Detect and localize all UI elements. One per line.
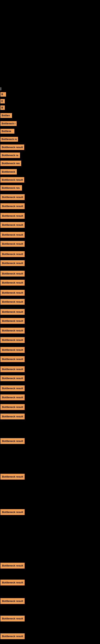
result-block-bottleneck-result-7: Bottleneck result (0, 232, 25, 238)
result-block-bottleneck-result-18: Bottleneck result (0, 337, 25, 343)
result-block-bottleneck-res: Bottleneck res (0, 160, 21, 166)
result-block-bottleneck-result-27: Bottleneck result (0, 438, 25, 444)
result-block-bottleneck-result-4: Bottleneck result (0, 203, 25, 209)
result-block-bottleneck-result-1: Bottleneck result (0, 144, 24, 150)
result-block-bottleneck-result-9: Bottleneck result (0, 251, 25, 257)
result-block-bottleneck-result-8: Bottleneck result (0, 241, 25, 247)
result-block-bottleneck-result-22: Bottleneck result (0, 375, 25, 381)
result-block-bottleneck-result-2: Bottleneck result (0, 177, 24, 182)
result-block-bottleneck-result-5: Bottleneck result (0, 213, 25, 219)
result-block-bottleneck-re: Bottleneck re (0, 137, 18, 142)
result-block-bottleneck-result-21: Bottleneck result (0, 366, 25, 372)
result-block-bottleneck-result-28: Bottleneck result (0, 474, 25, 480)
result-block-bottleneck-r: Bottleneck r (0, 121, 17, 126)
result-block-bottleneck-result-25: Bottleneck result (0, 404, 25, 410)
result-block-bottlen: Bottlen (0, 113, 12, 118)
result-block-bottleneck-result-3: Bottleneck result (0, 194, 25, 200)
section-indicator: | (0, 87, 1, 90)
result-block-bottleneck-result-34: Bottleneck result (0, 633, 25, 639)
result-block-bottleneck-result-33: Bottleneck result (0, 616, 25, 622)
result-block-bottleneck-result-26: Bottleneck result (0, 414, 25, 420)
result-block-bottleneck-result-12: Bottleneck result (0, 280, 25, 286)
result-block-bottleneck-ra: Bottleneck ra (0, 152, 20, 158)
result-block-bottleneck-result-17: Bottleneck result (0, 328, 25, 334)
result-block-bottleneck-result-10: Bottleneck result (0, 260, 25, 266)
result-block-bottleneck-result-31: Bottleneck result (0, 580, 25, 586)
result-block-bottleneck-result-15: Bottleneck result (0, 309, 25, 315)
result-block-bottleneck-only: Bottleneck (0, 169, 17, 174)
result-block-bottleneck-result-29: Bottleneck result (0, 509, 25, 515)
result-block-bottleneck-result-13: Bottleneck result (0, 290, 25, 296)
result-block-e1: E (0, 99, 5, 104)
result-block-bottleneck-result-6: Bottleneck result (0, 222, 25, 228)
result-block-bottleneck-result-23: Bottleneck result (0, 386, 25, 391)
result-block-bottleneck-result-11: Bottleneck result (0, 271, 25, 276)
result-block-bottleneck-result-30: Bottleneck result (0, 563, 25, 568)
main-content: | B E B Bottlen Bottleneck r Bottlene Bo… (0, 0, 100, 644)
result-block-bottleneck-result-14: Bottleneck result (0, 299, 25, 305)
result-block-bottleneck-result-24: Bottleneck result (0, 394, 25, 400)
result-block-b1: B (0, 92, 6, 96)
result-block-bottlene: Bottlene (0, 129, 14, 134)
result-block-b2: B (0, 106, 5, 110)
result-block-bottleneck-result-32: Bottleneck result (0, 598, 25, 604)
result-block-bottleneck-res2: Bottleneck res (0, 185, 22, 190)
result-block-bottleneck-result-19: Bottleneck result (0, 347, 25, 353)
result-block-bottleneck-result-20: Bottleneck result (0, 356, 25, 362)
result-block-bottleneck-result-16: Bottleneck result (0, 318, 25, 324)
